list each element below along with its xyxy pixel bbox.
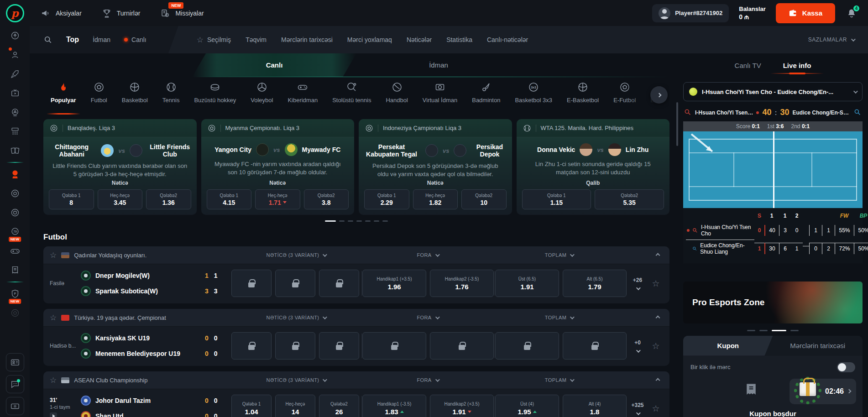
tab-sport[interactable]: İdman — [93, 36, 110, 43]
odd-button[interactable]: Qələbə 14.15 — [207, 189, 252, 209]
odd-button[interactable]: Qələbə21.36 — [146, 189, 191, 209]
target-icon[interactable] — [6, 203, 24, 222]
carousel-dot[interactable] — [382, 220, 388, 222]
locked-odd[interactable] — [362, 332, 426, 360]
odd-button[interactable]: Alt (6.5)1.79 — [563, 270, 627, 297]
tab-top[interactable]: Top — [66, 36, 79, 44]
carousel-dot[interactable] — [772, 330, 786, 331]
esports-promo-banner[interactable]: Pro Esports Zone — [683, 281, 863, 323]
odd-button[interactable]: Qələbə210 — [461, 189, 507, 209]
carousel-dot[interactable] — [365, 220, 371, 222]
payment-icon[interactable] — [6, 397, 24, 415]
brand-logo[interactable]: p — [0, 0, 30, 26]
column-result[interactable]: NƏTİCƏ (3 VARİANT) — [230, 252, 362, 258]
link-live-results[interactable]: Canlı-nəticələr — [487, 36, 528, 43]
odd-button[interactable]: Handikap2 (+3.5)1.91 — [430, 395, 494, 417]
sport-tab-handball[interactable]: Handbol — [378, 79, 415, 115]
odd-button[interactable]: Handikap1 (-3.5)1.83 — [362, 395, 426, 417]
odd-button[interactable]: Qələbə 18 — [49, 189, 94, 209]
locked-odd[interactable] — [495, 332, 559, 360]
aviator-rocket-icon[interactable] — [6, 65, 24, 83]
tab-live-info[interactable]: Live info — [783, 62, 811, 74]
star-icon[interactable]: ☆ — [50, 251, 57, 259]
odd-button[interactable]: Heç-heçə3.45 — [98, 189, 143, 209]
odd-button[interactable]: Handikap1 (+3.5)1.96 — [362, 270, 426, 297]
play-button[interactable] — [50, 412, 57, 417]
player-chip[interactable]: Player#82741902 — [652, 4, 729, 22]
sport-tab-basketball3x3[interactable]: 3x3Basketbol 3x3 — [507, 79, 559, 115]
home-team-row[interactable]: Karsiyaka SK U19 — [81, 333, 205, 343]
featured-card[interactable]: Indoneziya Çampionatı Liqa 3 Persekat Ka… — [359, 119, 512, 215]
sport-tab-esports[interactable]: Kiberidman — [280, 79, 325, 115]
odd-button[interactable]: Handikap2 (-3.5)1.76 — [430, 270, 494, 297]
column-total[interactable]: TOPLAM — [493, 377, 625, 383]
odd-button[interactable]: Qələbə 12.29 — [364, 189, 409, 209]
carousel-dot[interactable] — [759, 330, 768, 331]
carousel-dot[interactable] — [374, 220, 379, 222]
carousel-dot[interactable] — [747, 330, 755, 331]
link-bet-history[interactable]: Mərclərin tarixcəsi — [281, 36, 333, 43]
tab-live-tv[interactable]: Canlı TV — [735, 62, 761, 74]
sport-tab-table-tennis[interactable]: Stolüstü tennis — [325, 79, 378, 115]
carousel-dot[interactable] — [790, 330, 799, 331]
sport-tab-basketball[interactable]: Basketbol — [115, 79, 155, 115]
odd-button[interactable]: Alt (4)1.8 — [563, 395, 627, 417]
bonus-timer-chip[interactable]: 02:46 — [790, 379, 856, 404]
tab-live[interactable]: Canlı — [124, 36, 146, 43]
locked-odd[interactable] — [275, 332, 315, 360]
more-markets-button[interactable]: +26 — [627, 277, 648, 290]
casino-icon[interactable] — [6, 26, 24, 45]
cashier-button[interactable]: Kassa — [776, 3, 835, 23]
lottery-icon[interactable] — [6, 103, 24, 121]
menu-promotions[interactable]: Aksiyalar — [41, 8, 82, 18]
column-fora[interactable]: FORA — [362, 377, 493, 383]
sport-tab-ice-hockey[interactable]: Buzüstü hokkey — [187, 79, 243, 115]
odd-button[interactable]: Heç-heçə1.71 — [255, 189, 300, 209]
column-result[interactable]: NƏTİCƏ (3 VARİANT) — [230, 377, 362, 383]
match-row[interactable]: Fasilə Dnepr Mogilev(W) Spartak Subotica… — [43, 264, 669, 303]
sport-tab-volleyball[interactable]: Voleybol — [243, 79, 280, 115]
locked-odd[interactable] — [430, 332, 494, 360]
support-chat-icon[interactable] — [6, 375, 24, 393]
carousel-dot[interactable] — [356, 220, 362, 222]
sport-tab-tennis[interactable]: Tennis — [155, 79, 187, 115]
fantasy-icon[interactable]: FNEW — [6, 285, 24, 303]
star-icon[interactable]: ☆ — [50, 314, 57, 322]
odd-button[interactable]: Heç-heçə1.82 — [413, 189, 458, 209]
featured-card[interactable]: WTA 125. Manila. Hard. Philippines Donna… — [517, 119, 670, 215]
sport-tab-virtual[interactable]: Virtual İdman — [415, 79, 465, 115]
menu-tournaments[interactable]: Turnirlər — [102, 8, 141, 18]
column-fora[interactable]: FORA — [362, 315, 493, 320]
link-statistics[interactable]: Statistika — [446, 36, 472, 43]
carousel-dot[interactable] — [339, 220, 345, 222]
odd-button[interactable]: Üst (4)1.95 — [495, 395, 559, 417]
featured-card[interactable]: Banqladeş. Liqa 3 Chittagong Abahani vs … — [43, 119, 197, 215]
odd-button[interactable]: Üst (6.5)1.91 — [495, 270, 559, 297]
link-check-bet[interactable]: Mərci yoxlamaq — [347, 36, 392, 43]
esports-gamepad-icon[interactable] — [6, 242, 24, 260]
tab-bet-history[interactable]: Mərclərin tarixcəsi — [773, 336, 863, 356]
locked-odd[interactable] — [319, 332, 359, 360]
carousel-dot[interactable] — [348, 220, 353, 222]
live-dealer-icon[interactable] — [6, 46, 24, 64]
one-click-toggle[interactable] — [837, 362, 855, 372]
collapse-button[interactable] — [625, 316, 663, 319]
match-row[interactable]: Hadisə b... Karsiyaka SK U19 Menemen Bel… — [43, 326, 669, 366]
search-icon[interactable] — [43, 35, 52, 44]
locked-odd[interactable] — [275, 270, 315, 297]
league-title-block[interactable]: ☆ Qadınlar Yoldaşlıq oyunları. — [50, 251, 230, 259]
betslip-icon[interactable] — [6, 261, 24, 279]
mode-tab-live[interactable]: Canlı — [192, 53, 356, 77]
match-selector-dropdown[interactable]: I-Hsuan Cho/Yi Tsen Cho - Eudice Chong/E… — [683, 82, 863, 101]
league-title-block[interactable]: ☆ ASEAN Club Championship — [50, 376, 230, 384]
scrollbar-thumb[interactable] — [676, 102, 678, 146]
favorite-star-icon[interactable]: ☆ — [648, 403, 663, 414]
more-markets-button[interactable]: +0 — [627, 339, 648, 353]
lotto-79-icon[interactable]: 79NEW — [6, 223, 24, 241]
column-total[interactable]: TOPLAM — [493, 315, 625, 320]
away-team-row[interactable]: Spartak Subotica(W) — [81, 286, 205, 296]
more-markets-button[interactable]: +325 — [627, 402, 648, 415]
link-calendar[interactable]: Təqvim — [246, 36, 267, 43]
odd-button[interactable]: Heç-heçə14 — [275, 395, 315, 417]
ball-icon[interactable] — [6, 304, 24, 322]
